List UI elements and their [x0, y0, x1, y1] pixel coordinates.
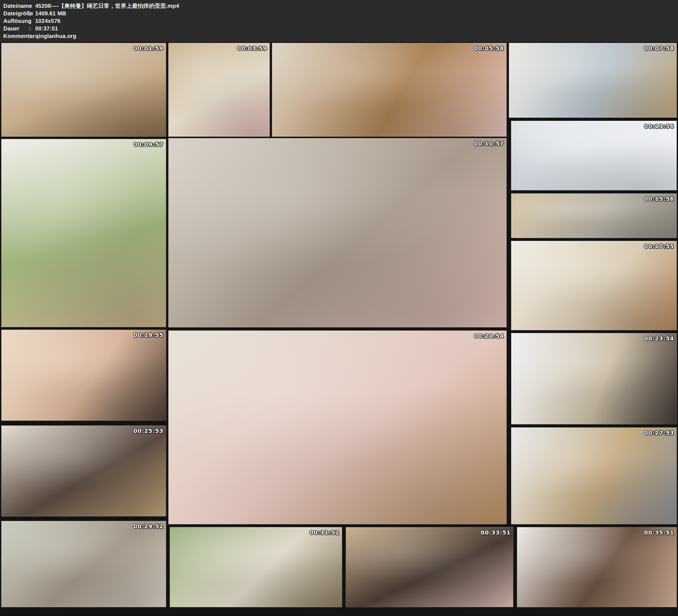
timestamp-badge: 00:05:58 — [474, 45, 504, 52]
timestamp-badge: 00:27:53 — [644, 429, 674, 436]
timestamp-badge: 00:33:51 — [481, 529, 511, 536]
meta-label: Dateigröße — [3, 10, 29, 17]
video-thumbnail[interactable]: 00:19:55 — [1, 330, 166, 421]
timestamp-badge: 00:09:57 — [134, 141, 164, 148]
video-thumbnail[interactable]: 00:23:54 — [511, 333, 677, 424]
timestamp-badge: 00:13:56 — [644, 123, 674, 129]
video-thumbnail[interactable]: 00:27:53 — [511, 427, 677, 525]
meta-value-filename: 45208----【奥特曼】绳艺日常，世界上最怕痒的歪歪.mp4 — [35, 2, 179, 10]
meta-row-comment: Kommentar : qinglanhua.org — [3, 32, 678, 40]
video-thumbnail[interactable]: 00:33:51 — [346, 527, 514, 607]
meta-separator: : — [29, 17, 35, 25]
meta-label: Kommentar — [3, 32, 29, 40]
video-thumbnail[interactable]: 00:03:59 — [168, 43, 270, 137]
timestamp-badge: 00:15:56 — [644, 195, 674, 202]
video-thumbnail[interactable]: 00:17:55 — [511, 241, 677, 330]
video-thumbnail[interactable]: 00:13:56 — [511, 121, 677, 190]
timestamp-badge: 00:35:51 — [644, 529, 674, 536]
timestamp-badge: 00:11:57 — [474, 140, 504, 147]
video-thumbnail[interactable]: 00:07:58 — [509, 43, 677, 118]
timestamp-badge: 00:17:55 — [644, 243, 674, 249]
timestamp-badge: 00:31:52 — [309, 529, 340, 536]
meta-value-resolution: 1024x576 — [35, 17, 61, 25]
timestamp-badge: 00:25:53 — [134, 427, 164, 434]
meta-row-filesize: Dateigröße : 1409.61 MB — [3, 10, 678, 17]
video-thumbnail[interactable]: 00:35:51 — [517, 527, 677, 607]
meta-value-filesize: 1409.61 MB — [35, 10, 66, 17]
meta-label: Auflösung — [3, 17, 29, 25]
video-thumbnail[interactable]: 00:29:52 — [1, 521, 166, 607]
meta-separator: : — [29, 25, 35, 32]
metadata-header: Dateiname : 45208----【奥特曼】绳艺日常，世界上最怕痒的歪歪… — [0, 0, 678, 42]
meta-row-filename: Dateiname : 45208----【奥特曼】绳艺日常，世界上最怕痒的歪歪… — [3, 2, 678, 10]
video-thumbnail[interactable]: 00:25:53 — [1, 425, 166, 516]
meta-separator: : — [29, 32, 35, 40]
timestamp-badge: 00:01:59 — [134, 45, 164, 52]
timestamp-badge: 00:21:54 — [474, 333, 504, 339]
video-thumbnail[interactable]: 00:21:54 — [168, 330, 507, 525]
meta-value-comment: qinglanhua.org — [35, 32, 76, 40]
contact-sheet: 00:01:5900:03:5900:05:5800:07:5800:09:57… — [0, 0, 678, 616]
meta-label: Dateiname — [3, 2, 29, 10]
timestamp-badge: 00:19:55 — [134, 332, 164, 339]
timestamp-badge: 00:03:59 — [237, 45, 267, 52]
video-thumbnail[interactable]: 00:09:57 — [1, 139, 166, 327]
video-thumbnail[interactable]: 00:01:59 — [1, 43, 166, 137]
timestamp-badge: 00:07:58 — [644, 45, 674, 52]
video-thumbnail[interactable]: 00:15:56 — [511, 193, 677, 238]
meta-row-duration: Dauer : 00:37:51 — [3, 25, 678, 32]
video-thumbnail[interactable]: 00:31:52 — [170, 527, 342, 607]
meta-separator: : — [29, 10, 35, 17]
meta-value-duration: 00:37:51 — [35, 25, 58, 32]
timestamp-badge: 00:29:52 — [134, 523, 164, 530]
meta-separator: : — [29, 2, 35, 10]
timestamp-badge: 00:23:54 — [644, 335, 674, 342]
meta-label: Dauer — [3, 25, 29, 32]
meta-row-resolution: Auflösung : 1024x576 — [3, 17, 678, 25]
video-thumbnail[interactable]: 00:05:58 — [272, 43, 507, 137]
thumbnail-grid: 00:01:5900:03:5900:05:5800:07:5800:09:57… — [0, 0, 678, 616]
video-thumbnail[interactable]: 00:11:57 — [168, 138, 507, 328]
